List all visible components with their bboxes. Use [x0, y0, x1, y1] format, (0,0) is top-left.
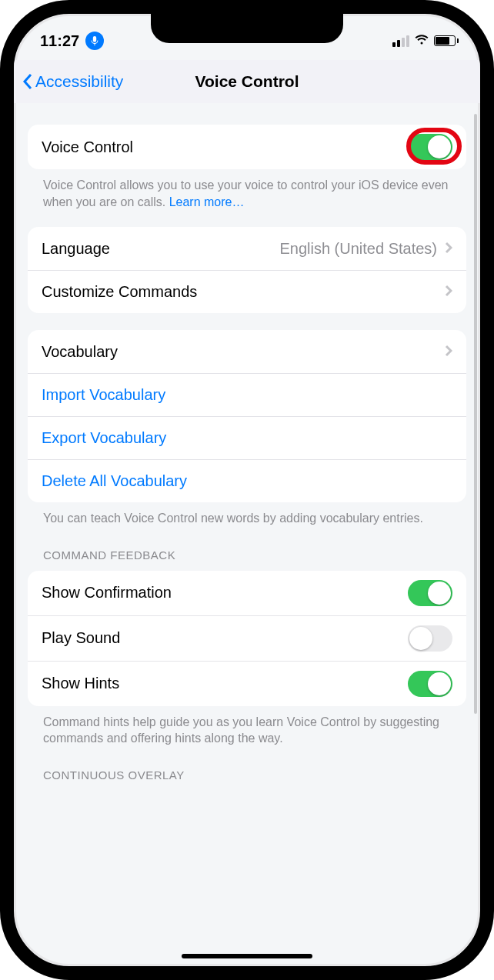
command-feedback-group: Show Confirmation Play Sound Show Hints [28, 571, 466, 706]
chevron-right-icon [445, 343, 452, 361]
vocabulary-group: Vocabulary Import Vocabulary Export Voca… [28, 330, 466, 502]
play-sound-toggle[interactable] [408, 625, 452, 652]
voice-control-row[interactable]: Voice Control [28, 125, 466, 169]
back-button[interactable]: Accessibility [22, 72, 123, 91]
chevron-right-icon [445, 283, 452, 301]
language-group: Language English (United States) Customi… [28, 227, 466, 313]
show-confirmation-label: Show Confirmation [42, 584, 172, 602]
voice-control-group: Voice Control [28, 125, 466, 169]
delete-vocabulary-row[interactable]: Delete All Vocabulary [28, 459, 466, 502]
command-feedback-header: COMMAND FEEDBACK [28, 527, 466, 568]
export-vocabulary-label: Export Vocabulary [42, 429, 166, 447]
chevron-right-icon [445, 240, 452, 258]
settings-scrollview[interactable]: Voice Control Voice Control allows you t… [14, 103, 480, 966]
microphone-active-icon [85, 32, 104, 50]
language-label: Language [42, 240, 110, 258]
play-sound-label: Play Sound [42, 629, 120, 647]
vocabulary-footer: You can teach Voice Control new words by… [28, 502, 466, 527]
iphone-frame: 11:27 Accessibility Voice Control [0, 0, 494, 980]
voice-control-toggle[interactable] [408, 134, 452, 160]
show-hints-toggle[interactable] [408, 671, 452, 697]
home-indicator[interactable] [182, 954, 312, 958]
scrollbar[interactable] [474, 114, 477, 714]
page-title: Voice Control [195, 72, 299, 91]
language-row[interactable]: Language English (United States) [28, 227, 466, 270]
language-value: English (United States) [279, 240, 437, 258]
continuous-overlay-header: CONTINUOUS OVERLAY [28, 747, 466, 788]
import-vocabulary-row[interactable]: Import Vocabulary [28, 373, 466, 416]
customize-commands-row[interactable]: Customize Commands [28, 270, 466, 313]
voice-control-label: Voice Control [42, 138, 133, 156]
play-sound-row[interactable]: Play Sound [28, 615, 466, 661]
nav-bar: Accessibility Voice Control [14, 60, 480, 103]
notch [151, 12, 343, 43]
show-confirmation-row[interactable]: Show Confirmation [28, 571, 466, 615]
delete-vocabulary-label: Delete All Vocabulary [42, 472, 187, 490]
battery-icon [434, 35, 459, 46]
export-vocabulary-row[interactable]: Export Vocabulary [28, 416, 466, 459]
show-hints-row[interactable]: Show Hints [28, 661, 466, 706]
import-vocabulary-label: Import Vocabulary [42, 386, 165, 404]
command-feedback-footer: Command hints help guide you as you lear… [28, 706, 466, 747]
back-label: Accessibility [35, 72, 123, 91]
show-confirmation-toggle[interactable] [408, 580, 452, 606]
customize-commands-label: Customize Commands [42, 283, 197, 301]
status-time: 11:27 [40, 32, 79, 50]
voice-control-footer: Voice Control allows you to use your voi… [28, 169, 466, 210]
cellular-signal-icon [392, 35, 409, 47]
show-hints-label: Show Hints [42, 675, 119, 692]
vocabulary-row[interactable]: Vocabulary [28, 330, 466, 373]
vocabulary-label: Vocabulary [42, 343, 118, 361]
wifi-icon [414, 33, 429, 48]
learn-more-link[interactable]: Learn more… [169, 195, 245, 208]
